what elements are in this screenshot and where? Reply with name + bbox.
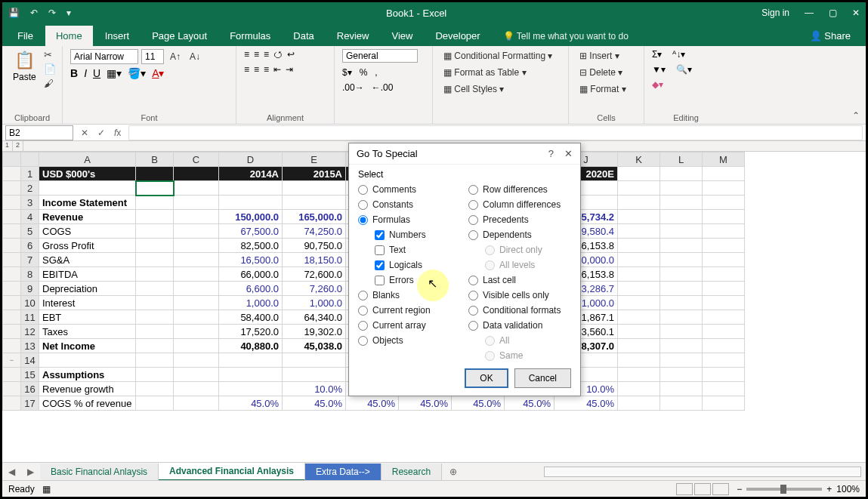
row-header-1[interactable]: 1 bbox=[21, 167, 39, 181]
font-size-select[interactable] bbox=[141, 49, 164, 64]
cell-E11[interactable]: 64,340.0 bbox=[283, 310, 346, 325]
page-break-view-icon[interactable] bbox=[712, 483, 729, 495]
cell-E9[interactable]: 7,260.0 bbox=[283, 282, 346, 296]
orientation-icon[interactable]: ⭯ bbox=[273, 49, 283, 60]
cell-K1[interactable] bbox=[618, 167, 660, 181]
cell-D6[interactable]: 82,500.0 bbox=[219, 239, 283, 253]
align-center-icon[interactable]: ≡ bbox=[254, 64, 259, 75]
cell-E3[interactable] bbox=[283, 196, 346, 210]
cell-A8[interactable]: EBITDA bbox=[39, 267, 136, 282]
cell-M8[interactable] bbox=[703, 267, 745, 282]
cell-A6[interactable]: Gross Profit bbox=[39, 239, 136, 253]
cell-A15[interactable]: Assumptions bbox=[39, 368, 136, 382]
maximize-icon[interactable]: ▢ bbox=[829, 8, 837, 18]
collapse-ribbon-icon[interactable]: ⌃ bbox=[852, 110, 860, 121]
cell-D4[interactable]: 150,000.0 bbox=[219, 210, 283, 224]
cell-A11[interactable]: EBT bbox=[39, 310, 136, 325]
decrease-indent-icon[interactable]: ⇤ bbox=[273, 64, 281, 75]
row-header-3[interactable]: 3 bbox=[21, 196, 39, 210]
dialog-close-icon[interactable]: ✕ bbox=[564, 148, 573, 159]
cut-icon[interactable]: ✂ bbox=[44, 49, 56, 60]
cell-M13[interactable] bbox=[703, 339, 745, 353]
cell-C14[interactable] bbox=[174, 353, 219, 368]
insert-cells-button[interactable]: ⊞ Insert ▾ bbox=[576, 49, 622, 63]
cell-D5[interactable]: 67,500.0 bbox=[219, 224, 283, 239]
cell-F17[interactable]: 45.0% bbox=[346, 396, 399, 411]
cell-K8[interactable] bbox=[618, 267, 660, 282]
cell-B15[interactable] bbox=[136, 368, 174, 382]
opt-col-diff[interactable]: Column differences bbox=[468, 199, 571, 210]
cell-D16[interactable] bbox=[219, 382, 283, 396]
opt-dependents[interactable]: Dependents bbox=[468, 229, 571, 240]
row-header-12[interactable]: 12 bbox=[21, 325, 39, 339]
chk-logicals[interactable]: Logicals bbox=[375, 260, 461, 270]
cell-B16[interactable] bbox=[136, 382, 174, 396]
cell-I17[interactable]: 45.0% bbox=[505, 396, 554, 411]
cell-A3[interactable]: Income Statement bbox=[39, 196, 136, 210]
cell-A9[interactable]: Depreciation bbox=[39, 282, 136, 296]
redo-icon[interactable]: ↷ bbox=[48, 8, 56, 18]
cell-L4[interactable] bbox=[660, 210, 703, 224]
cell-E13[interactable]: 45,038.0 bbox=[283, 339, 346, 353]
row-header-11[interactable]: 11 bbox=[21, 310, 39, 325]
cell-M2[interactable] bbox=[703, 181, 745, 196]
row-header-9[interactable]: 9 bbox=[21, 282, 39, 296]
tell-me-search[interactable]: 💡 Tell me what you want to do bbox=[493, 26, 798, 46]
cell-D15[interactable] bbox=[219, 368, 283, 382]
cell-K10[interactable] bbox=[618, 296, 660, 310]
cell-E15[interactable] bbox=[283, 368, 346, 382]
cell-B2[interactable] bbox=[136, 181, 174, 196]
align-bottom-icon[interactable]: ≡ bbox=[264, 49, 269, 60]
cell-K6[interactable] bbox=[618, 239, 660, 253]
accounting-format-icon[interactable]: $▾ bbox=[342, 67, 352, 78]
underline-button[interactable]: U bbox=[93, 67, 100, 79]
sheet-tab-advanced[interactable]: Advanced Financial Anlaysis bbox=[159, 463, 305, 481]
cell-L6[interactable] bbox=[660, 239, 703, 253]
cell-A1[interactable]: USD $000's bbox=[39, 167, 136, 181]
minimize-icon[interactable]: — bbox=[805, 8, 814, 18]
cell-L12[interactable] bbox=[660, 325, 703, 339]
cell-M10[interactable] bbox=[703, 296, 745, 310]
cell-C16[interactable] bbox=[174, 382, 219, 396]
cell-L9[interactable] bbox=[660, 282, 703, 296]
row-header-6[interactable]: 6 bbox=[21, 239, 39, 253]
cell-A10[interactable]: Interest bbox=[39, 296, 136, 310]
cell-D8[interactable]: 66,000.0 bbox=[219, 267, 283, 282]
cell-B8[interactable] bbox=[136, 267, 174, 282]
cell-E1[interactable]: 2015A bbox=[283, 167, 346, 181]
font-name-select[interactable] bbox=[70, 49, 138, 64]
cell-L15[interactable] bbox=[660, 368, 703, 382]
review-tab[interactable]: Review bbox=[326, 26, 380, 46]
cell-D17[interactable]: 45.0% bbox=[219, 396, 283, 411]
fill-color-button[interactable]: 🪣▾ bbox=[128, 67, 146, 79]
cell-B3[interactable] bbox=[136, 196, 174, 210]
cell-K3[interactable] bbox=[618, 196, 660, 210]
opt-last-cell[interactable]: Last cell bbox=[468, 275, 571, 285]
ok-button[interactable]: OK bbox=[465, 368, 508, 388]
row-header-17[interactable]: 17 bbox=[21, 396, 39, 411]
cell-C11[interactable] bbox=[174, 310, 219, 325]
cell-B4[interactable] bbox=[136, 210, 174, 224]
col-header-L[interactable]: L bbox=[660, 152, 703, 167]
cell-C10[interactable] bbox=[174, 296, 219, 310]
cell-M16[interactable] bbox=[703, 382, 745, 396]
cell-E17[interactable]: 45.0% bbox=[283, 396, 346, 411]
conditional-formatting-button[interactable]: ▦ Conditional Formatting ▾ bbox=[440, 49, 555, 63]
cell-D1[interactable]: 2014A bbox=[219, 167, 283, 181]
opt-current-region[interactable]: Current region bbox=[358, 305, 461, 316]
cell-E6[interactable]: 90,750.0 bbox=[283, 239, 346, 253]
page-layout-view-icon[interactable] bbox=[694, 483, 711, 495]
chk-text[interactable]: Text bbox=[375, 245, 461, 255]
format-as-table-button[interactable]: ▦ Format as Table ▾ bbox=[440, 66, 530, 79]
cell-D14[interactable] bbox=[219, 353, 283, 368]
cell-B6[interactable] bbox=[136, 239, 174, 253]
cell-K4[interactable] bbox=[618, 210, 660, 224]
cell-L1[interactable] bbox=[660, 167, 703, 181]
cell-C13[interactable] bbox=[174, 339, 219, 353]
increase-indent-icon[interactable]: ⇥ bbox=[286, 64, 293, 75]
file-tab[interactable]: File bbox=[7, 26, 44, 46]
name-box[interactable] bbox=[5, 125, 73, 140]
cell-L16[interactable] bbox=[660, 382, 703, 396]
cell-C5[interactable] bbox=[174, 224, 219, 239]
share-button[interactable]: 👤 Share bbox=[799, 26, 861, 46]
